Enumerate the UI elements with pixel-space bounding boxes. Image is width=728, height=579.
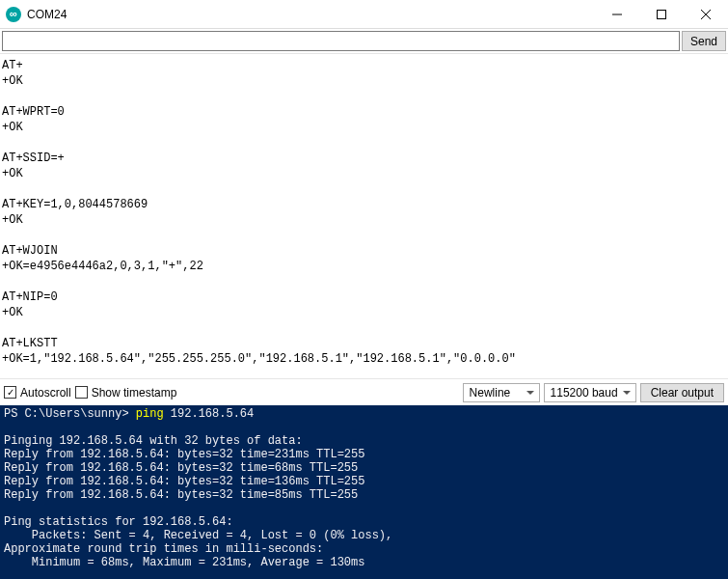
timestamp-checkbox-wrap[interactable]: Show timestamp <box>75 386 177 400</box>
titlebar: COM24 <box>0 0 728 29</box>
timestamp-checkbox[interactable] <box>75 386 88 399</box>
autoscroll-checkbox[interactable]: ✓ <box>4 386 16 399</box>
minimize-button[interactable] <box>595 0 639 29</box>
window-title: COM24 <box>27 8 67 21</box>
svg-rect-1 <box>658 10 666 18</box>
send-row: Send <box>0 29 728 54</box>
lineending-select[interactable]: Newline <box>463 383 540 402</box>
autoscroll-checkbox-wrap[interactable]: ✓ Autoscroll <box>4 386 71 400</box>
clear-output-button[interactable]: Clear output <box>640 383 724 402</box>
powershell-terminal[interactable]: PS C:\Users\sunny> ping 192.168.5.64 Pin… <box>0 405 728 579</box>
baud-select[interactable]: 115200 baud <box>544 383 636 402</box>
close-button[interactable] <box>684 0 728 29</box>
serial-output: AT+ +OK AT+WPRT=0 +OK AT+SSID=+ +OK AT+K… <box>0 54 728 378</box>
timestamp-label: Show timestamp <box>92 386 177 400</box>
arduino-icon <box>6 7 21 22</box>
maximize-button[interactable] <box>639 0 684 29</box>
serial-input[interactable] <box>2 31 680 51</box>
send-button[interactable]: Send <box>682 31 726 51</box>
bottombar: ✓ Autoscroll Show timestamp Newline 1152… <box>0 378 728 405</box>
autoscroll-label: Autoscroll <box>20 386 71 400</box>
